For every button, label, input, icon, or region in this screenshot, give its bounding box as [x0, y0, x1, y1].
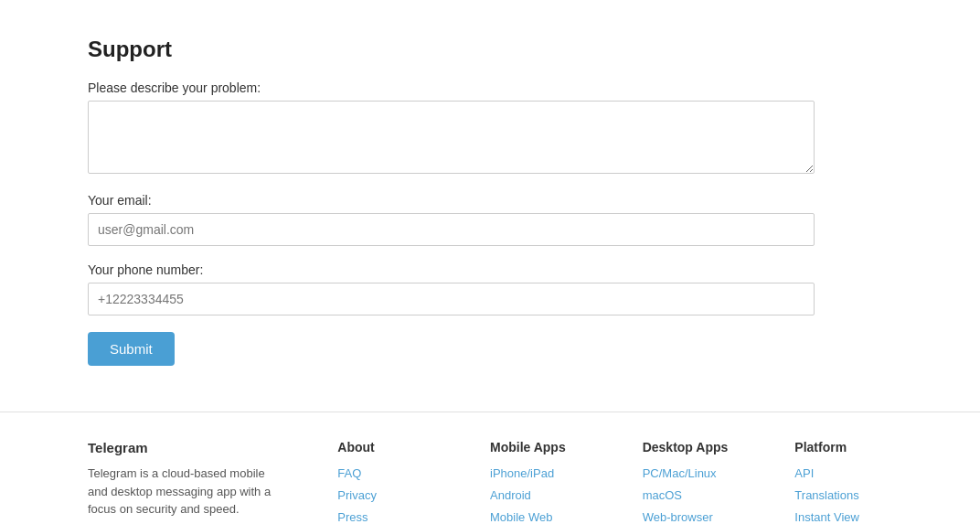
- macos-link[interactable]: macOS: [643, 488, 682, 502]
- instant-view-link[interactable]: Instant View: [794, 510, 859, 524]
- submit-button[interactable]: Submit: [88, 332, 175, 366]
- translations-link[interactable]: Translations: [794, 488, 858, 502]
- footer-section-mobile: Mobile Apps iPhone/iPad Android Mobile W…: [490, 440, 588, 524]
- press-link[interactable]: Press: [337, 510, 368, 524]
- footer-section-platform: Platform API Translations Instant View: [794, 440, 892, 524]
- list-item: Press: [337, 509, 435, 524]
- email-field-group: Your email:: [88, 193, 892, 246]
- list-item: Mobile Web: [490, 509, 588, 524]
- list-item: Privacy: [337, 487, 435, 502]
- footer: Telegram Telegram is a cloud-based mobil…: [69, 412, 911, 524]
- list-item: macOS: [643, 487, 740, 502]
- web-browser-link[interactable]: Web-browser: [643, 510, 713, 524]
- list-item: Instant View: [794, 509, 892, 524]
- footer-section-mobile-title: Mobile Apps: [490, 440, 588, 454]
- privacy-link[interactable]: Privacy: [337, 488, 377, 502]
- email-input[interactable]: [88, 213, 815, 246]
- footer-section-about-title: About: [337, 440, 435, 454]
- footer-brand-name: Telegram: [88, 440, 282, 455]
- list-item: Web-browser: [643, 509, 740, 524]
- phone-label: Your phone number:: [88, 262, 892, 277]
- list-item: PC/Mac/Linux: [643, 465, 740, 480]
- footer-about-links: FAQ Privacy Press: [337, 465, 435, 524]
- mobile-web-link[interactable]: Mobile Web: [490, 510, 552, 524]
- problem-textarea[interactable]: [88, 101, 815, 174]
- email-label: Your email:: [88, 193, 892, 208]
- footer-mobile-links: iPhone/iPad Android Mobile Web: [490, 465, 588, 524]
- list-item: Translations: [794, 487, 892, 502]
- phone-field-group: Your phone number:: [88, 262, 892, 315]
- android-link[interactable]: Android: [490, 488, 531, 502]
- api-link[interactable]: API: [794, 466, 814, 480]
- footer-section-platform-title: Platform: [794, 440, 892, 454]
- footer-platform-links: API Translations Instant View: [794, 465, 892, 524]
- footer-section-about: About FAQ Privacy Press: [337, 440, 435, 524]
- pc-mac-linux-link[interactable]: PC/Mac/Linux: [643, 466, 717, 480]
- list-item: FAQ: [337, 465, 435, 480]
- footer-desktop-links: PC/Mac/Linux macOS Web-browser: [643, 465, 740, 524]
- phone-input[interactable]: [88, 283, 815, 315]
- faq-link[interactable]: FAQ: [337, 466, 361, 480]
- list-item: Android: [490, 487, 588, 502]
- footer-section-desktop: Desktop Apps PC/Mac/Linux macOS Web-brow…: [643, 440, 740, 524]
- problem-label: Please describe your problem:: [88, 80, 892, 95]
- problem-field-group: Please describe your problem:: [88, 80, 892, 176]
- footer-brand-description: Telegram is a cloud-based mobile and des…: [88, 465, 282, 519]
- footer-section-desktop-title: Desktop Apps: [643, 440, 740, 454]
- iphone-ipad-link[interactable]: iPhone/iPad: [490, 466, 554, 480]
- page-title: Support: [88, 37, 892, 62]
- list-item: API: [794, 465, 892, 480]
- footer-brand: Telegram Telegram is a cloud-based mobil…: [88, 440, 282, 524]
- list-item: iPhone/iPad: [490, 465, 588, 480]
